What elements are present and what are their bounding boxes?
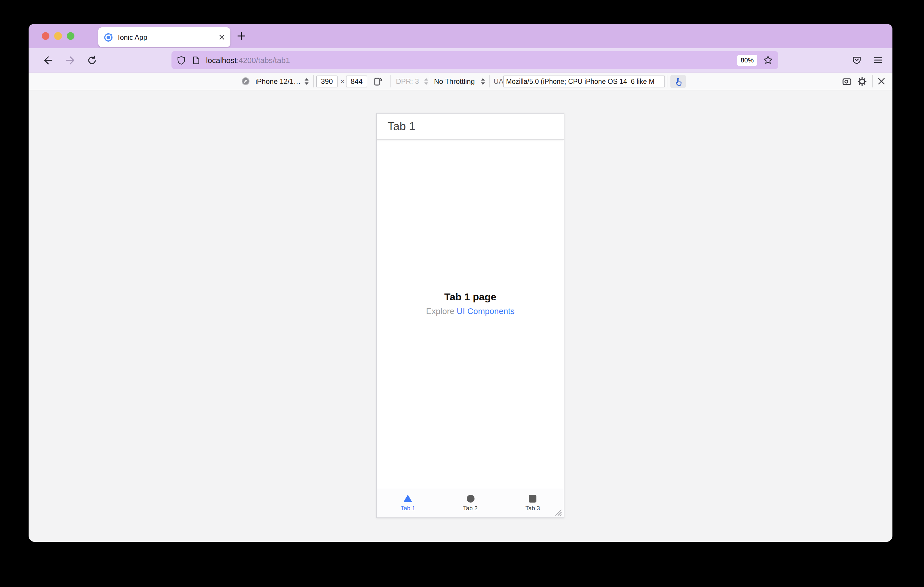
app-header: Tab 1 xyxy=(377,113,564,140)
app-header-title: Tab 1 xyxy=(377,120,415,133)
pocket-icon[interactable] xyxy=(852,55,861,65)
back-icon[interactable] xyxy=(43,55,53,66)
touch-simulation-toggle[interactable] xyxy=(670,75,686,88)
device-browser-icon xyxy=(241,72,250,90)
ui-components-link[interactable]: UI Components xyxy=(457,306,515,316)
viewport-height-input[interactable] xyxy=(346,76,367,87)
viewport-width-input[interactable] xyxy=(316,76,338,87)
device-selector-arrows-icon[interactable] xyxy=(304,72,309,90)
new-tab-button[interactable] xyxy=(236,31,246,41)
traffic-minimize-button[interactable] xyxy=(54,32,62,40)
throttling-selector-arrows-icon[interactable] xyxy=(480,72,485,90)
square-icon xyxy=(529,495,536,502)
separator xyxy=(429,75,429,87)
circle-icon xyxy=(467,495,474,502)
screen: Ionic App xyxy=(0,0,924,587)
separator xyxy=(489,75,490,87)
url-host: localhost xyxy=(206,56,237,64)
screenshot-camera-icon[interactable] xyxy=(842,72,852,90)
separator xyxy=(667,75,667,87)
user-agent-input[interactable] xyxy=(503,76,665,87)
traffic-lights xyxy=(42,32,74,40)
zoom-level-badge[interactable]: 80% xyxy=(737,54,757,66)
tab-bar-item-tab1[interactable]: Tab 1 xyxy=(377,488,439,518)
tab-bar-label: Tab 1 xyxy=(401,505,415,511)
rdm-close-icon[interactable] xyxy=(877,72,886,90)
app-tab-bar: Tab 1 Tab 2 Tab 3 xyxy=(377,488,564,518)
url-text: localhost:4200/tabs/tab1 xyxy=(206,56,737,64)
browser-navbar: localhost:4200/tabs/tab1 80% xyxy=(28,48,893,72)
tab-close-icon[interactable] xyxy=(218,34,225,40)
separator xyxy=(390,75,391,87)
triangle-icon xyxy=(403,494,413,503)
rotate-viewport-icon[interactable] xyxy=(373,72,383,90)
url-bar[interactable]: localhost:4200/tabs/tab1 80% xyxy=(172,51,778,69)
dimensions-times: × xyxy=(340,72,345,90)
forward-icon[interactable] xyxy=(66,55,76,66)
tab-bar-item-tab2[interactable]: Tab 2 xyxy=(439,488,501,518)
bookmark-star-icon[interactable] xyxy=(763,55,773,65)
separator xyxy=(313,75,314,87)
page-content: Tab 1 page Explore UI Components xyxy=(377,291,564,316)
settings-gear-icon[interactable] xyxy=(857,72,867,90)
dpr-selector-arrows-icon[interactable] xyxy=(424,72,429,90)
device-selector[interactable]: iPhone 12/1… xyxy=(256,72,301,90)
page-subtitle: Explore UI Components xyxy=(377,306,564,316)
tab-bar-label: Tab 2 xyxy=(463,505,478,511)
separator xyxy=(872,75,873,87)
viewport-resize-handle-icon[interactable] xyxy=(554,508,562,516)
browser-tabstrip: Ionic App xyxy=(28,24,893,48)
dpr-selector[interactable]: DPR: 3 xyxy=(396,72,419,90)
url-path: :4200/tabs/tab1 xyxy=(237,56,290,64)
browser-tab-active[interactable]: Ionic App xyxy=(98,27,230,47)
traffic-close-button[interactable] xyxy=(42,32,50,40)
tab-bar-label: Tab 3 xyxy=(525,505,540,511)
page-title: Tab 1 page xyxy=(377,291,564,303)
traffic-zoom-button[interactable] xyxy=(67,32,74,40)
browser-window: Ionic App xyxy=(28,24,893,542)
tab-title: Ionic App xyxy=(118,33,218,41)
ionic-logo-icon xyxy=(104,33,113,42)
touch-hand-icon xyxy=(674,77,683,86)
subtitle-text: Explore xyxy=(426,306,454,316)
throttling-selector[interactable]: No Throttling xyxy=(434,72,475,90)
shield-icon[interactable] xyxy=(177,56,186,64)
page-info-icon[interactable] xyxy=(192,56,200,64)
reload-icon[interactable] xyxy=(87,55,97,66)
rdm-toolbar: iPhone 12/1… × DPR: 3 No Throttli xyxy=(28,72,893,90)
menu-hamburger-icon[interactable] xyxy=(873,55,883,65)
device-viewport: Tab 1 Tab 1 page Explore UI Components T… xyxy=(376,113,564,518)
